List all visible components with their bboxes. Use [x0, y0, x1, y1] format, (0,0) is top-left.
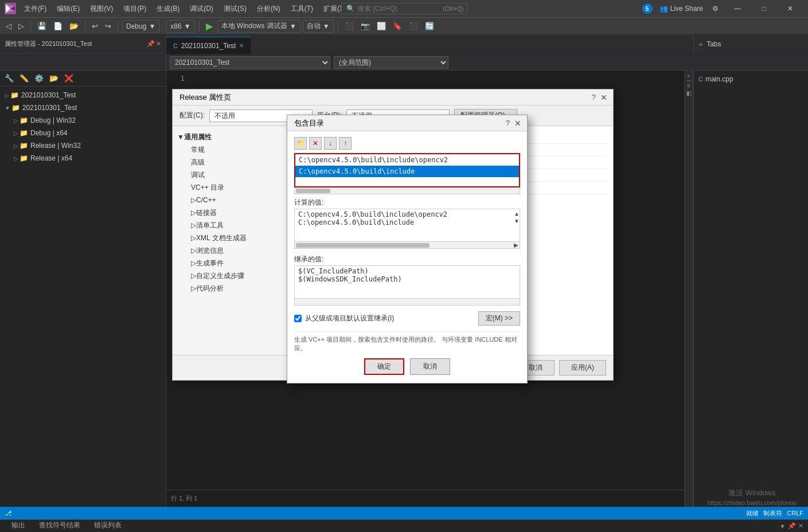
right-panel-add[interactable]: +: [698, 40, 703, 49]
tree-child-12[interactable]: ▷ 代码分析: [173, 282, 287, 295]
properties-apply-button[interactable]: 应用(A): [559, 360, 606, 375]
start-debug-button[interactable]: ▶: [204, 21, 215, 32]
tree-item-2[interactable]: ▷ 📁 Debug | Win32: [0, 114, 166, 127]
attach-dropdown[interactable]: 自动 ▼: [303, 20, 334, 33]
bottom-tab-errors[interactable]: 错误列表: [87, 520, 128, 533]
tree-child-1[interactable]: 常规: [173, 143, 287, 156]
close-button[interactable]: ✕: [777, 0, 803, 17]
tree-cat-general[interactable]: ▼ 通用属性: [173, 131, 287, 143]
editor-tab-main[interactable]: C 2021010301_Test ✕: [166, 37, 251, 54]
tree-child-4[interactable]: VC++ 目录: [173, 181, 287, 194]
right-panel-file[interactable]: C main.cpp: [698, 73, 803, 85]
properties-question[interactable]: ?: [592, 93, 596, 101]
include-close-button[interactable]: ✕: [512, 118, 524, 129]
include-dialog[interactable]: 包含目录 ? ✕ 📁 ✕ ↓ ↑ C:\opencv4.5.0\build\in…: [287, 115, 528, 384]
notification-badge[interactable]: 5: [642, 3, 653, 14]
tree-item-4[interactable]: ▷ 📁 Release | Win32: [0, 139, 166, 152]
include-question[interactable]: ?: [506, 119, 510, 127]
gutter-icon-3[interactable]: ≡: [687, 83, 690, 89]
bottom-tab-find[interactable]: 查找符号结果: [32, 520, 87, 533]
toolbar-new[interactable]: 📂: [67, 21, 81, 32]
inherit-checkbox[interactable]: [294, 315, 302, 322]
settings-icon[interactable]: ⚙: [710, 5, 721, 13]
tree-child-9[interactable]: ▷ 浏览信息: [173, 244, 287, 257]
debug-target-dropdown[interactable]: 本地 Windows 调试器 ▼: [217, 20, 300, 33]
code-scope-dropdown[interactable]: (全局范围): [334, 56, 448, 69]
toolbar-step-over[interactable]: ⬜: [374, 21, 388, 32]
toolbar-sync[interactable]: 🔄: [423, 21, 436, 32]
sidebar-tool-4[interactable]: 📂: [47, 73, 61, 84]
tree-child-3[interactable]: 调试: [173, 169, 287, 181]
tree-item-1[interactable]: ▼ 📁 2021010301_Test: [0, 101, 166, 114]
toolbar-save-all[interactable]: 📄: [51, 21, 65, 32]
status-crlf[interactable]: CRLF: [787, 510, 803, 517]
toolbar-redo[interactable]: ↪: [103, 21, 114, 32]
status-git-icon[interactable]: ⎇: [5, 510, 12, 517]
computed-arrow-up[interactable]: ▲: [515, 210, 518, 217]
menu-tools[interactable]: 工具(T): [286, 3, 318, 15]
file-scope-dropdown[interactable]: 2021010301_Test: [170, 56, 330, 69]
gutter-icon-2[interactable]: |: [686, 80, 692, 81]
menu-debug[interactable]: 调试(D): [185, 3, 218, 15]
toolbar-forward[interactable]: ▷: [16, 21, 26, 32]
sidebar-close-icon[interactable]: ✕: [156, 40, 161, 48]
toolbar-bookmark2[interactable]: ⬛: [407, 21, 420, 32]
tree-child-5[interactable]: ▷ C/C++: [173, 194, 287, 206]
menu-edit[interactable]: 编辑(E): [52, 3, 84, 15]
bottom-panel-x[interactable]: ✕: [798, 522, 803, 530]
computed-arrow-down[interactable]: ▼: [515, 218, 518, 224]
toolbar-undo[interactable]: ↩: [89, 21, 100, 32]
toolbar-save[interactable]: 💾: [35, 21, 49, 32]
search-input[interactable]: [357, 5, 443, 13]
include-folder-button[interactable]: 📁: [294, 137, 307, 150]
include-down-button[interactable]: ↓: [324, 137, 337, 150]
tree-child-10[interactable]: ▷ 生成事件: [173, 257, 287, 269]
tree-child-7[interactable]: ▷ 清单工具: [173, 219, 287, 232]
macro-button[interactable]: 宏(M) >>: [478, 311, 520, 326]
tree-item-0[interactable]: ▷ 📁 2021010301_Test: [0, 89, 166, 101]
gutter-icon-1[interactable]: +: [687, 73, 690, 79]
include-delete-button[interactable]: ✕: [309, 137, 322, 150]
tree-item-5[interactable]: ▷ 📁 Release | x64: [0, 152, 166, 165]
menu-file[interactable]: 文件(F): [19, 3, 51, 15]
computed-scrollbar[interactable]: ▶: [294, 242, 520, 249]
sidebar-tool-5[interactable]: ❌: [62, 73, 76, 84]
sidebar-pin-icon[interactable]: 📌: [147, 40, 155, 48]
platform-dropdown[interactable]: x86 ▼: [166, 20, 194, 33]
tree-item-3[interactable]: ▷ 📁 Debug | x64: [0, 127, 166, 139]
toolbar-bookmark[interactable]: 🔖: [391, 21, 404, 32]
debug-config-dropdown[interactable]: Debug ▼: [122, 20, 159, 33]
include-ok-button[interactable]: 确定: [364, 358, 404, 375]
tree-child-2[interactable]: 高级: [173, 156, 287, 169]
bottom-tab-output[interactable]: 输出: [5, 520, 32, 533]
include-up-button[interactable]: ↑: [339, 137, 352, 150]
toolbar-breakpoint[interactable]: ⬛: [342, 21, 356, 32]
toolbar-camera[interactable]: 📷: [358, 21, 372, 32]
editor-tab-close[interactable]: ✕: [239, 42, 244, 49]
include-item-0[interactable]: C:\opencv4.5.0\build\include\opencv2: [295, 154, 519, 166]
bottom-panel-pin[interactable]: 📌: [788, 522, 796, 530]
menu-build[interactable]: 生成(B): [152, 3, 184, 15]
menu-project[interactable]: 项目(P): [119, 3, 151, 15]
menu-analyze[interactable]: 分析(N): [252, 3, 285, 15]
computed-scroll-right[interactable]: ▶: [514, 242, 518, 248]
menu-test[interactable]: 测试(S): [219, 3, 251, 15]
sidebar-tool-2[interactable]: ✏️: [17, 73, 31, 84]
inherited-scrollbar[interactable]: [294, 299, 520, 306]
sidebar-tool-1[interactable]: 🔧: [2, 73, 16, 84]
gutter-icon-4[interactable]: ◧: [686, 90, 692, 96]
include-item-1[interactable]: C:\opencv4.5.0\build\include: [295, 166, 519, 177]
include-scrollbar[interactable]: [294, 187, 520, 194]
bottom-panel-close[interactable]: ▼: [779, 523, 786, 530]
properties-close-button[interactable]: ✕: [598, 92, 610, 103]
sidebar-tool-3[interactable]: ⚙️: [32, 73, 46, 84]
minimize-button[interactable]: —: [724, 0, 751, 17]
liveshare-button[interactable]: 👥 Live Share: [656, 3, 706, 14]
menu-view[interactable]: 视图(V): [85, 3, 118, 15]
toolbar-back[interactable]: ◁: [3, 21, 14, 32]
include-cancel-button[interactable]: 取消: [410, 358, 450, 375]
tree-child-6[interactable]: ▷ 链接器: [173, 206, 287, 219]
tree-child-8[interactable]: ▷ XML 文档生成器: [173, 232, 287, 244]
maximize-button[interactable]: □: [751, 0, 777, 17]
tree-child-11[interactable]: ▷ 自定义生成步骤: [173, 269, 287, 282]
